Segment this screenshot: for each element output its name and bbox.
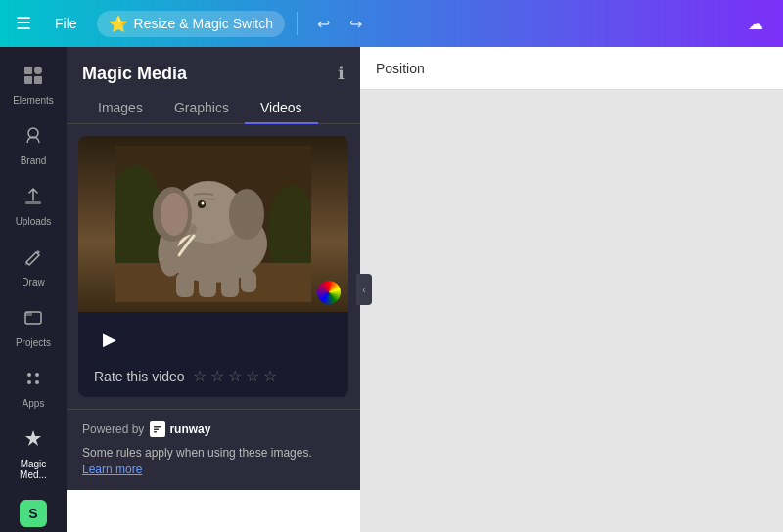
tab-graphics[interactable]: Graphics bbox=[159, 92, 245, 123]
undo-button[interactable]: ↩ bbox=[309, 11, 338, 37]
svg-point-8 bbox=[27, 373, 31, 377]
uploads-icon bbox=[23, 186, 44, 212]
powered-by: Powered by runway bbox=[82, 421, 345, 437]
sidebar-item-magic-media[interactable]: Magic Med... bbox=[0, 419, 67, 490]
stars-container: ☆ ☆ ☆ ☆ ☆ bbox=[193, 367, 277, 385]
resize-magic-switch-button[interactable]: ⭐ Resize & Magic Switch bbox=[97, 11, 285, 37]
svg-rect-3 bbox=[34, 76, 42, 84]
runway-logo: runway bbox=[150, 421, 210, 437]
topbar-divider bbox=[297, 12, 298, 35]
star-2[interactable]: ☆ bbox=[210, 367, 224, 385]
video-card: ▶ Rate this video ☆ ☆ ☆ ☆ ☆ bbox=[78, 136, 348, 397]
apps-icon bbox=[23, 368, 44, 394]
svg-rect-0 bbox=[24, 66, 32, 74]
position-label: Position bbox=[376, 61, 425, 76]
panel-footer: Powered by runway Some rules ap bbox=[67, 409, 360, 490]
svg-rect-26 bbox=[241, 271, 256, 292]
cloud-save-button[interactable]: ☁ bbox=[740, 11, 771, 37]
svg-point-19 bbox=[161, 193, 188, 236]
svg-rect-23 bbox=[176, 273, 194, 297]
star-icon: ⭐ bbox=[109, 15, 128, 33]
rating-label: Rate this video bbox=[94, 369, 185, 384]
sidebar-item-projects[interactable]: Projects bbox=[0, 297, 67, 358]
star-5[interactable]: ☆ bbox=[263, 367, 277, 385]
sidebar-item-apps[interactable]: Apps bbox=[0, 358, 67, 419]
sidebar-item-uploads[interactable]: Uploads bbox=[0, 176, 67, 237]
svg-rect-25 bbox=[221, 273, 239, 297]
rules-text: Some rules apply when using these images… bbox=[82, 445, 345, 478]
sidebar-item-label-apps: Apps bbox=[23, 398, 45, 409]
sidebar-item-draw[interactable]: Draw bbox=[0, 237, 67, 297]
sidebar-item-elements[interactable]: Elements bbox=[0, 55, 67, 115]
svg-point-9 bbox=[35, 373, 39, 377]
sidebar-item-brand[interactable]: Brand bbox=[0, 115, 67, 176]
sidebar-item-soundraw[interactable]: S Soundraw bbox=[0, 490, 67, 532]
runway-icon bbox=[150, 421, 165, 437]
projects-icon bbox=[23, 307, 44, 333]
sidebar-item-label-brand: Brand bbox=[21, 155, 47, 166]
panel-info-button[interactable]: ℹ bbox=[338, 63, 345, 84]
canvas-area: Position bbox=[360, 47, 783, 532]
elements-icon bbox=[23, 65, 44, 91]
svg-rect-5 bbox=[25, 201, 41, 204]
canvas-content[interactable] bbox=[360, 90, 783, 532]
learn-more-link[interactable]: Learn more bbox=[82, 463, 142, 476]
star-3[interactable]: ☆ bbox=[228, 367, 242, 385]
color-wheel-icon bbox=[317, 281, 341, 304]
elephant-image bbox=[78, 136, 348, 312]
tab-images[interactable]: Images bbox=[82, 92, 159, 123]
panel-wrapper: Magic Media ℹ Images Graphics Videos bbox=[67, 47, 360, 532]
svg-rect-7 bbox=[25, 312, 32, 316]
file-button[interactable]: File bbox=[47, 12, 85, 35]
powered-label: Powered by bbox=[82, 422, 144, 436]
brand-icon bbox=[23, 125, 44, 152]
svg-point-22 bbox=[202, 202, 205, 205]
panel-collapse-button[interactable]: ‹ bbox=[356, 274, 372, 305]
sidebar-item-label-magic: Magic Med... bbox=[8, 459, 59, 480]
svg-rect-27 bbox=[154, 426, 161, 428]
menu-button[interactable]: ☰ bbox=[12, 9, 35, 38]
magic-media-icon bbox=[23, 428, 44, 455]
topbar: ☰ File ⭐ Resize & Magic Switch ↩ ↪ ☁ bbox=[0, 0, 783, 47]
runway-label: runway bbox=[169, 422, 210, 436]
draw-icon bbox=[23, 246, 44, 273]
panel-header: Magic Media ℹ bbox=[67, 47, 360, 92]
canvas-toolbar: Position bbox=[360, 47, 783, 90]
video-thumbnail bbox=[78, 136, 348, 312]
main-area: Elements Brand Uploads bbox=[0, 47, 783, 532]
sidebar-item-label-uploads: Uploads bbox=[16, 216, 52, 227]
svg-rect-28 bbox=[154, 429, 159, 431]
sidebar-nav: Elements Brand Uploads bbox=[0, 47, 67, 532]
svg-rect-1 bbox=[34, 66, 42, 74]
video-rating: Rate this video ☆ ☆ ☆ ☆ ☆ bbox=[78, 367, 348, 397]
star-4[interactable]: ☆ bbox=[246, 367, 259, 385]
panel-content: ▶ Rate this video ☆ ☆ ☆ ☆ ☆ bbox=[67, 124, 360, 409]
rules-label: Some rules apply when using these images… bbox=[82, 446, 312, 460]
topbar-title-label: Resize & Magic Switch bbox=[134, 16, 273, 31]
star-1[interactable]: ☆ bbox=[193, 367, 207, 385]
tab-videos[interactable]: Videos bbox=[245, 92, 318, 123]
svg-point-10 bbox=[27, 380, 31, 384]
topbar-nav-buttons: ↩ ↪ bbox=[309, 11, 370, 37]
svg-point-11 bbox=[35, 380, 39, 384]
magic-media-panel: Magic Media ℹ Images Graphics Videos bbox=[67, 47, 360, 490]
svg-point-20 bbox=[229, 189, 264, 240]
svg-rect-29 bbox=[154, 431, 157, 433]
redo-button[interactable]: ↪ bbox=[342, 11, 370, 37]
sidebar-item-label-elements: Elements bbox=[13, 95, 54, 106]
sidebar-item-label-draw: Draw bbox=[22, 277, 44, 288]
panel-tabs: Images Graphics Videos bbox=[67, 92, 360, 124]
panel-title: Magic Media bbox=[82, 64, 187, 84]
video-controls: ▶ bbox=[78, 312, 348, 367]
play-button[interactable]: ▶ bbox=[94, 324, 125, 355]
svg-rect-24 bbox=[199, 273, 216, 297]
soundraw-icon: S bbox=[20, 500, 47, 527]
sidebar-item-label-projects: Projects bbox=[16, 337, 51, 348]
svg-rect-2 bbox=[24, 76, 32, 84]
